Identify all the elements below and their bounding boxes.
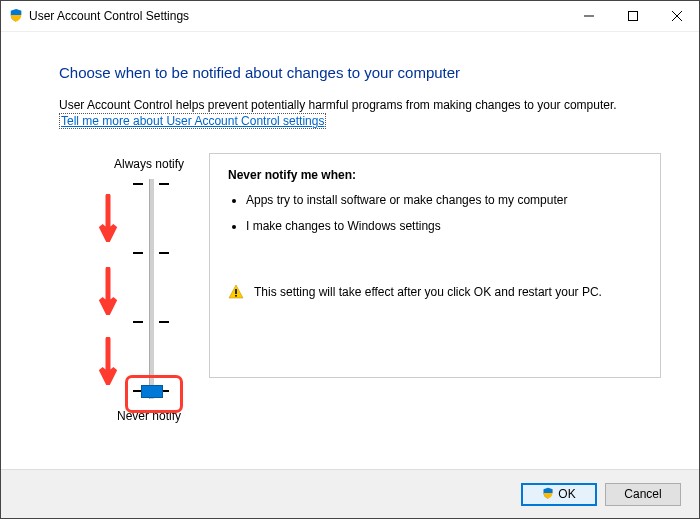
annotation-arrow-icon	[99, 267, 117, 315]
window-controls	[567, 1, 699, 31]
body-area: Always notify	[59, 153, 661, 423]
shield-icon	[9, 8, 23, 25]
slider-top-label: Always notify	[109, 157, 189, 171]
slider-column: Always notify	[59, 153, 209, 423]
slider-tick	[133, 183, 169, 185]
slider-track-area	[139, 179, 209, 399]
warning-icon	[228, 284, 244, 304]
shield-icon	[542, 487, 554, 502]
intro-line: User Account Control helps prevent poten…	[59, 98, 617, 112]
page-heading: Choose when to be notified about changes…	[59, 64, 661, 81]
annotation-arrow-icon	[99, 194, 117, 242]
slider-tick	[133, 321, 169, 323]
footer: OK Cancel	[1, 469, 699, 518]
annotation-arrow-icon	[99, 337, 117, 385]
warning-row: This setting will take effect after you …	[228, 284, 642, 304]
intro-text: User Account Control helps prevent poten…	[59, 97, 661, 129]
description-column: Never notify me when: Apps try to instal…	[209, 153, 661, 378]
slider-tick	[133, 252, 169, 254]
svg-rect-4	[235, 289, 237, 294]
uac-settings-window: User Account Control Settings Choose whe…	[0, 0, 700, 519]
cancel-button-label: Cancel	[624, 487, 661, 501]
maximize-button[interactable]	[611, 1, 655, 31]
svg-rect-1	[629, 12, 638, 21]
cancel-button[interactable]: Cancel	[605, 483, 681, 506]
minimize-button[interactable]	[567, 1, 611, 31]
ok-button-label: OK	[558, 487, 575, 501]
help-link[interactable]: Tell me more about User Account Control …	[59, 113, 326, 129]
description-panel: Never notify me when: Apps try to instal…	[209, 153, 661, 378]
slider-track[interactable]	[149, 179, 155, 399]
panel-title: Never notify me when:	[228, 168, 642, 182]
list-item: Apps try to install software or make cha…	[246, 192, 642, 208]
svg-rect-5	[235, 295, 237, 297]
panel-list: Apps try to install software or make cha…	[246, 192, 642, 233]
warning-text: This setting will take effect after you …	[254, 284, 602, 300]
close-button[interactable]	[655, 1, 699, 31]
titlebar: User Account Control Settings	[1, 1, 699, 32]
window-title: User Account Control Settings	[9, 8, 567, 25]
list-item: I make changes to Windows settings	[246, 218, 642, 234]
window-title-text: User Account Control Settings	[29, 9, 189, 23]
annotation-highlight	[125, 375, 183, 413]
content-area: Choose when to be notified about changes…	[1, 32, 699, 423]
ok-button[interactable]: OK	[521, 483, 597, 506]
